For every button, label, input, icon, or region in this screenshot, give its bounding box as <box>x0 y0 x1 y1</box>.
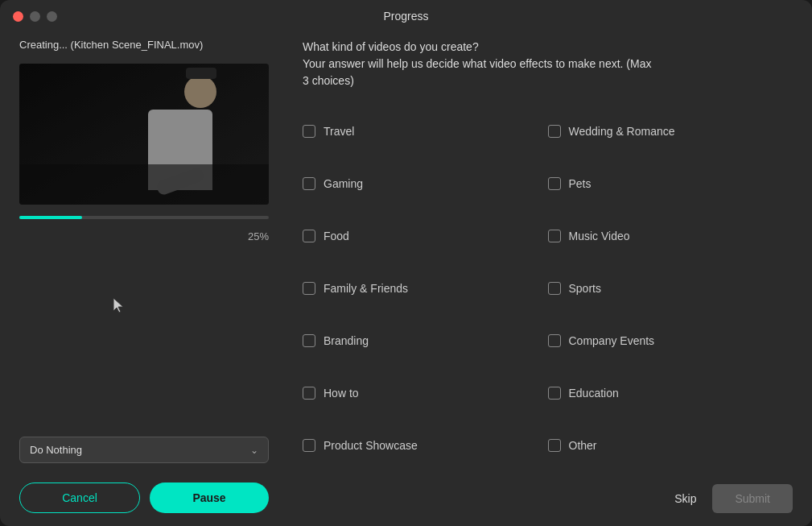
checkbox-box-family-friends[interactable] <box>303 282 315 295</box>
cancel-button[interactable]: Cancel <box>19 483 140 513</box>
checkbox-box-wedding[interactable] <box>548 125 561 138</box>
checkbox-item-other[interactable]: Other <box>548 419 793 471</box>
checkbox-box-other[interactable] <box>548 439 561 452</box>
video-thumbnail <box>19 64 269 205</box>
checkbox-label-wedding: Wedding & Romance <box>569 125 675 138</box>
progress-bar-fill <box>19 216 82 219</box>
dropdown-selected-value: Do Nothing <box>30 444 82 456</box>
creating-label: Creating... (Kitchen Scene_FINAL.mov) <box>19 39 277 51</box>
checkbox-label-how-to: How to <box>324 387 359 400</box>
checkbox-grid: Travel Wedding & Romance Gaming Pets Foo… <box>303 106 793 471</box>
close-button[interactable] <box>13 11 23 22</box>
checkbox-label-sports: Sports <box>569 282 601 295</box>
checkbox-label-pets: Pets <box>569 177 591 190</box>
skip-button[interactable]: Skip <box>674 492 696 505</box>
checkbox-item-gaming[interactable]: Gaming <box>303 158 548 210</box>
checkbox-box-travel[interactable] <box>303 125 315 138</box>
checkbox-label-music-video: Music Video <box>569 230 630 242</box>
minimize-button[interactable] <box>30 11 40 22</box>
checkbox-item-how-to[interactable]: How to <box>303 367 548 419</box>
pause-button[interactable]: Pause <box>150 483 269 513</box>
checkbox-box-branding[interactable] <box>303 334 315 347</box>
checkbox-label-gaming: Gaming <box>324 177 363 190</box>
checkbox-item-sports[interactable]: Sports <box>548 263 793 315</box>
checkbox-label-travel: Travel <box>324 125 354 138</box>
checkbox-label-other: Other <box>569 439 597 452</box>
checkbox-box-music-video[interactable] <box>548 230 561 242</box>
checkbox-box-sports[interactable] <box>548 282 561 295</box>
checkbox-label-branding: Branding <box>324 334 369 347</box>
title-bar: Progress <box>0 0 812 32</box>
checkbox-item-music-video[interactable]: Music Video <box>548 210 793 263</box>
checkbox-box-company-events[interactable] <box>548 334 561 347</box>
maximize-button[interactable] <box>47 11 57 22</box>
left-panel: Creating... (Kitchen Scene_FINAL.mov) <box>19 39 277 513</box>
completion-dropdown[interactable]: Do Nothing ⌄ <box>19 437 269 463</box>
checkbox-box-food[interactable] <box>303 230 315 242</box>
bottom-buttons: Cancel Pause <box>19 483 269 513</box>
checkbox-item-product-showcase[interactable]: Product Showcase <box>303 419 548 471</box>
dropdown-container: Do Nothing ⌄ <box>19 437 269 463</box>
action-row: Skip Submit <box>303 484 793 513</box>
checkbox-box-how-to[interactable] <box>303 387 315 400</box>
checkbox-item-family-friends[interactable]: Family & Friends <box>303 263 548 315</box>
chevron-down-icon: ⌄ <box>250 445 258 456</box>
checkbox-box-product-showcase[interactable] <box>303 439 315 452</box>
checkbox-item-company-events[interactable]: Company Events <box>548 314 793 367</box>
checkbox-label-food: Food <box>324 230 349 242</box>
main-window: Progress Creating... (Kitchen Scene_FINA… <box>0 0 812 526</box>
checkbox-box-education[interactable] <box>548 387 561 400</box>
submit-button[interactable]: Submit <box>712 484 793 513</box>
checkbox-label-family-friends: Family & Friends <box>324 282 408 295</box>
window-title: Progress <box>383 10 428 23</box>
progress-bar-container <box>19 216 269 219</box>
checkbox-label-company-events: Company Events <box>569 334 655 347</box>
progress-percent: 25% <box>19 230 269 242</box>
checkbox-item-branding[interactable]: Branding <box>303 314 548 367</box>
cursor-area <box>19 252 277 427</box>
video-inner <box>19 64 269 205</box>
checkbox-label-education: Education <box>569 387 619 400</box>
checkbox-box-gaming[interactable] <box>303 177 315 190</box>
checkbox-item-travel[interactable]: Travel <box>303 106 548 158</box>
checkbox-item-pets[interactable]: Pets <box>548 158 793 210</box>
checkbox-box-pets[interactable] <box>548 177 561 190</box>
right-panel: What kind of videos do you create? Your … <box>303 39 793 513</box>
main-content: Creating... (Kitchen Scene_FINAL.mov) <box>0 32 812 526</box>
checkbox-label-product-showcase: Product Showcase <box>324 439 418 452</box>
checkbox-item-food[interactable]: Food <box>303 210 548 263</box>
traffic-lights <box>13 11 57 22</box>
checkbox-item-wedding[interactable]: Wedding & Romance <box>548 106 793 158</box>
svg-marker-0 <box>113 298 123 313</box>
question-text: What kind of videos do you create? Your … <box>303 39 793 89</box>
mouse-cursor-icon <box>112 296 126 314</box>
checkbox-item-education[interactable]: Education <box>548 367 793 419</box>
